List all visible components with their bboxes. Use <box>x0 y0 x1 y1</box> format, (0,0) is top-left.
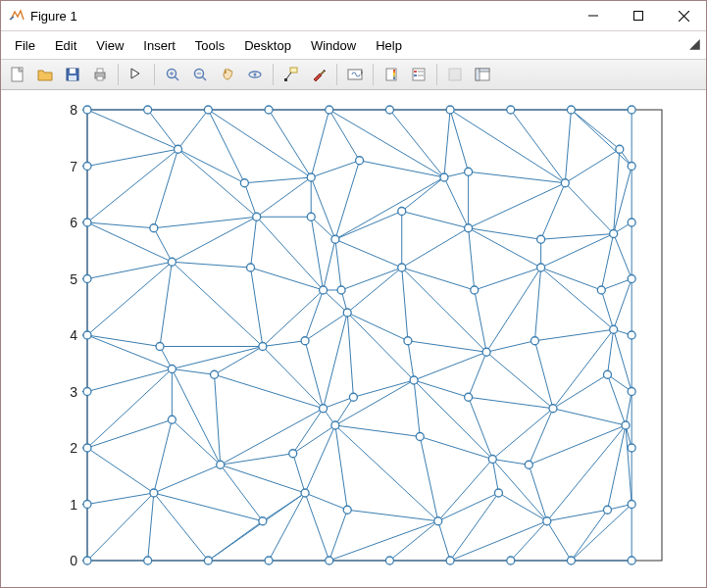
svg-point-312 <box>331 235 339 243</box>
svg-line-75 <box>329 110 444 177</box>
svg-line-266 <box>154 493 209 561</box>
close-button[interactable] <box>661 1 706 30</box>
svg-line-179 <box>87 335 172 369</box>
new-figure-button[interactable] <box>5 62 30 87</box>
svg-point-334 <box>482 348 490 356</box>
svg-line-167 <box>486 341 534 353</box>
svg-line-96 <box>154 217 257 228</box>
svg-point-364 <box>494 489 502 497</box>
svg-line-122 <box>154 228 173 263</box>
svg-line-231 <box>626 392 631 426</box>
svg-point-368 <box>83 557 91 564</box>
svg-point-349 <box>168 416 176 423</box>
svg-line-271 <box>329 510 348 561</box>
edit-plot-button[interactable] <box>124 62 149 87</box>
svg-point-344 <box>465 393 473 401</box>
svg-line-58 <box>148 110 178 149</box>
svg-line-161 <box>347 313 408 341</box>
svg-line-108 <box>402 212 469 228</box>
svg-point-304 <box>465 168 473 175</box>
svg-line-200 <box>553 329 614 409</box>
svg-point-320 <box>247 264 255 271</box>
print-figure-button[interactable] <box>87 62 113 87</box>
svg-rect-1 <box>634 12 643 21</box>
svg-point-332 <box>343 309 351 317</box>
svg-point-354 <box>488 456 496 464</box>
svg-point-336 <box>610 325 618 333</box>
menu-edit[interactable]: Edit <box>45 34 86 57</box>
window-title: Figure 1 <box>30 9 77 24</box>
svg-point-326 <box>597 286 605 294</box>
menu-insert[interactable]: Insert <box>133 34 185 57</box>
minimize-button[interactable] <box>571 1 616 30</box>
rotate-3d-button[interactable] <box>242 62 268 87</box>
svg-line-235 <box>87 448 154 493</box>
svg-line-165 <box>475 290 486 352</box>
menu-window[interactable]: Window <box>301 34 366 57</box>
brush-button[interactable] <box>306 62 331 87</box>
axes[interactable]: 012345678 <box>1 90 707 588</box>
data-cursor-button[interactable] <box>278 62 304 87</box>
menu-tools[interactable]: Tools <box>185 34 234 57</box>
svg-line-272 <box>305 493 329 561</box>
svg-line-82 <box>511 110 566 183</box>
svg-rect-35 <box>480 69 489 72</box>
menu-file[interactable]: File <box>5 34 45 57</box>
svg-line-155 <box>263 341 305 347</box>
svg-point-363 <box>434 517 442 525</box>
svg-point-325 <box>537 264 545 271</box>
svg-line-228 <box>553 409 626 425</box>
svg-point-290 <box>204 106 212 114</box>
separator <box>118 64 119 85</box>
insert-legend-button[interactable] <box>406 62 431 87</box>
svg-point-328 <box>83 331 91 339</box>
svg-point-345 <box>549 405 557 413</box>
axes-area[interactable]: 012345678 <box>1 90 706 587</box>
svg-point-296 <box>567 106 575 114</box>
toolbar <box>1 59 706 90</box>
maximize-button[interactable] <box>616 1 661 30</box>
svg-point-295 <box>507 106 515 114</box>
insert-colorbar-button[interactable] <box>379 62 404 87</box>
save-figure-button[interactable] <box>60 62 85 87</box>
svg-point-302 <box>356 157 364 165</box>
menu-desktop[interactable]: Desktop <box>234 34 301 57</box>
svg-point-367 <box>628 501 635 509</box>
svg-rect-34 <box>476 69 480 80</box>
svg-line-162 <box>402 268 408 341</box>
svg-point-315 <box>537 235 545 243</box>
zoom-in-button[interactable] <box>160 62 185 87</box>
svg-line-225 <box>492 409 553 460</box>
svg-line-139 <box>475 268 541 290</box>
svg-line-149 <box>87 335 160 347</box>
svg-line-104 <box>311 177 335 239</box>
menu-view[interactable]: View <box>86 34 133 57</box>
svg-point-343 <box>410 376 418 384</box>
svg-line-67 <box>208 110 311 177</box>
toolbar-overflow-icon[interactable]: ◢ <box>689 35 700 51</box>
svg-point-342 <box>349 393 357 401</box>
svg-line-132 <box>324 239 335 290</box>
link-plot-button[interactable] <box>342 62 368 87</box>
hide-plot-tools-button[interactable] <box>442 62 468 87</box>
svg-line-85 <box>565 149 620 183</box>
svg-line-219 <box>335 380 414 425</box>
zoom-out-button[interactable] <box>187 62 213 87</box>
pan-button[interactable] <box>215 62 240 87</box>
svg-line-193 <box>469 352 487 397</box>
svg-line-154 <box>172 262 263 346</box>
svg-line-205 <box>87 419 172 448</box>
svg-line-269 <box>208 493 305 561</box>
svg-line-106 <box>402 177 444 212</box>
svg-point-319 <box>168 258 176 266</box>
menu-help[interactable]: Help <box>366 34 412 57</box>
show-plot-tools-button[interactable] <box>470 62 495 87</box>
svg-line-203 <box>614 329 632 391</box>
svg-point-346 <box>603 370 611 378</box>
svg-line-268 <box>269 493 305 561</box>
svg-point-308 <box>83 219 91 226</box>
window-controls <box>571 1 706 30</box>
svg-line-234 <box>154 419 173 493</box>
open-file-button[interactable] <box>32 62 58 87</box>
svg-line-69 <box>311 161 359 177</box>
